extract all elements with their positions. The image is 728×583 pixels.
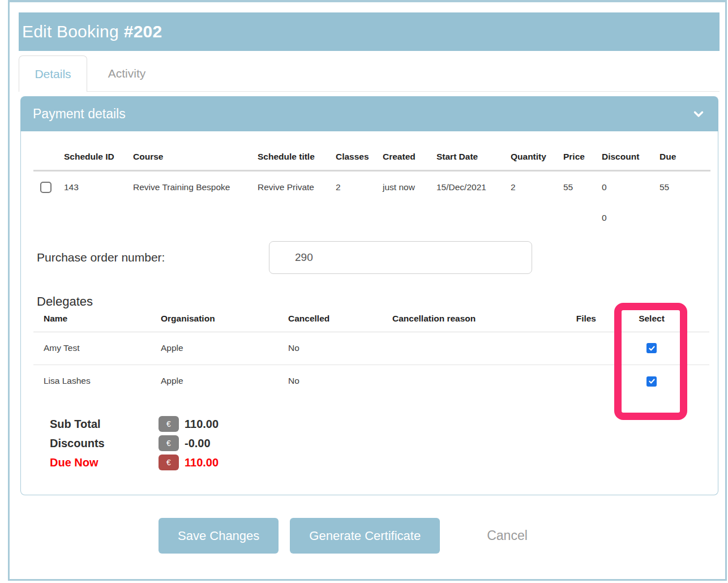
col-schedule-id: Schedule ID: [57, 152, 126, 171]
col-due: Due: [653, 152, 710, 171]
totals-block: Sub Total € 110.00 Discounts € -0.00 Due…: [50, 414, 718, 472]
page-title: Edit Booking #202: [19, 12, 720, 51]
col-created: Created: [376, 152, 430, 171]
chevron-down-icon[interactable]: [691, 106, 706, 121]
cell-delegate-cancelled: No: [278, 332, 382, 365]
page-title-text: Edit Booking: [22, 22, 119, 41]
subtotal-row: Sub Total € 110.00: [50, 414, 718, 434]
schedule-checkbox-header: [33, 152, 57, 171]
col-classes: Classes: [329, 152, 376, 171]
booking-number: #202: [124, 22, 162, 41]
tab-bar: Details Activity: [19, 55, 720, 92]
delegates-table: Name Organisation Cancelled Cancellation…: [33, 314, 709, 398]
schedule-table: Schedule ID Course Schedule title Classe…: [33, 152, 710, 232]
col-start-date: Start Date: [430, 152, 504, 171]
discounts-row: Discounts € -0.00: [50, 434, 718, 453]
cell-delegate-organisation: Apple: [151, 332, 278, 365]
col-schedule-title: Schedule title: [251, 152, 329, 171]
schedule-discount-total-row: 0: [33, 204, 710, 232]
euro-icon: €: [159, 455, 179, 470]
col-discount: Discount: [595, 152, 653, 171]
due-now-value: 110.00: [185, 456, 219, 469]
delegate-select-checkbox[interactable]: [646, 376, 657, 387]
cancel-link[interactable]: Cancel: [487, 528, 528, 543]
cell-course: Revive Training Bespoke: [126, 171, 251, 204]
delegate-row: Amy Test Apple No: [33, 332, 709, 365]
cell-price: 55: [556, 171, 595, 204]
cell-delegate-cancellation-reason: [382, 365, 561, 397]
purchase-order-row: Purchase order number:: [37, 241, 718, 274]
discounts-value: -0.00: [185, 437, 211, 450]
cell-classes: 2: [329, 171, 376, 204]
delegates-heading: Delegates: [37, 294, 718, 309]
subtotal-label: Sub Total: [50, 418, 159, 431]
delegate-select-checkbox[interactable]: [646, 343, 657, 353]
payment-details-panel: Payment details Schedule ID Course Sch: [20, 96, 718, 495]
euro-icon: €: [159, 435, 179, 451]
purchase-order-input[interactable]: [269, 241, 532, 274]
cell-delegate-files: [561, 332, 615, 365]
discounts-label: Discounts: [50, 437, 159, 450]
col-price: Price: [556, 152, 595, 171]
due-now-row: Due Now € 110.00: [50, 453, 718, 472]
schedule-row: 143 Revive Training Bespoke Revive Priva…: [33, 171, 710, 204]
cell-delegate-cancellation-reason: [382, 332, 561, 365]
cell-schedule-title: Revive Private: [251, 171, 329, 204]
cell-start-date: 15/Dec/2021: [430, 171, 504, 204]
col-select: Select: [615, 314, 688, 332]
tab-details-label: Details: [35, 67, 71, 81]
col-quantity: Quantity: [504, 152, 556, 171]
col-cancellation-reason: Cancellation reason: [382, 314, 561, 332]
cell-delegate-cancelled: No: [278, 365, 382, 397]
tab-details[interactable]: Details: [19, 55, 87, 92]
actions-bar: Save Changes Generate Certificate Cancel: [159, 518, 725, 554]
cell-schedule-id: 143: [57, 171, 126, 204]
tab-activity-label: Activity: [108, 67, 146, 80]
payment-details-header[interactable]: Payment details: [20, 96, 718, 131]
cell-delegate-files: [561, 365, 615, 397]
euro-icon: €: [159, 416, 179, 432]
col-name: Name: [33, 314, 151, 332]
subtotal-value: 110.00: [185, 418, 219, 431]
cell-delegate-organisation: Apple: [151, 365, 278, 397]
save-changes-button[interactable]: Save Changes: [159, 518, 279, 554]
col-organisation: Organisation: [151, 314, 278, 332]
tab-activity[interactable]: Activity: [87, 55, 166, 91]
col-files: Files: [561, 314, 615, 332]
delegate-row: Lisa Lashes Apple No: [33, 365, 709, 397]
payment-details-title: Payment details: [33, 106, 126, 122]
discount-total-value: 0: [595, 204, 653, 232]
due-now-label: Due Now: [50, 456, 159, 469]
generate-certificate-button[interactable]: Generate Certificate: [290, 518, 440, 554]
col-cancelled: Cancelled: [278, 314, 382, 332]
schedule-row-checkbox[interactable]: [40, 182, 52, 193]
purchase-order-label: Purchase order number:: [37, 251, 269, 264]
cell-delegate-name: Amy Test: [33, 332, 151, 365]
cell-created: just now: [376, 171, 430, 204]
cell-quantity: 2: [504, 171, 556, 204]
schedule-table-header-row: Schedule ID Course Schedule title Classe…: [33, 152, 710, 171]
cell-delegate-name: Lisa Lashes: [33, 365, 151, 397]
col-course: Course: [126, 152, 251, 171]
cell-due: 55: [653, 171, 710, 204]
booking-modal: Edit Booking #202 Details Activity Payme…: [8, 0, 727, 581]
cell-discount: 0: [595, 171, 653, 204]
payment-details-body: Schedule ID Course Schedule title Classe…: [20, 131, 718, 495]
delegates-header-row: Name Organisation Cancelled Cancellation…: [33, 314, 709, 332]
